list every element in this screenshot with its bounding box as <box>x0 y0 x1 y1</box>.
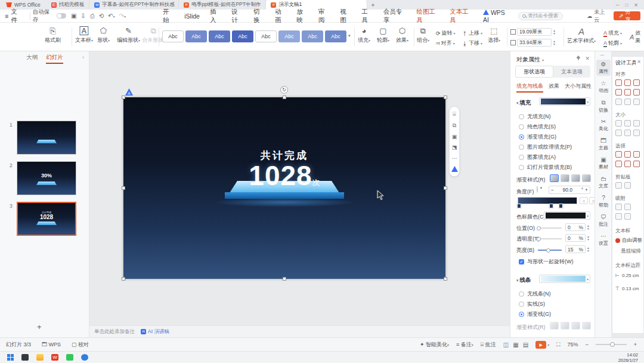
proofread-button[interactable]: ▢ 校对 <box>72 341 89 349</box>
margin-horizontal[interactable]: ⊢ 0.25 cm <box>615 273 639 278</box>
menu-tab-member[interactable]: 会员专享 <box>383 8 407 24</box>
radio-gradient-line[interactable]: 渐变线(G) <box>519 310 551 318</box>
align-middle-icon[interactable] <box>624 89 631 96</box>
text-box-button[interactable]: 🄰 文本框▾ <box>75 27 93 44</box>
selection-handle-s[interactable] <box>283 277 286 281</box>
height-stepper[interactable]: ▲▼ <box>553 29 556 35</box>
radio-slide-bg-fill[interactable]: 幻灯片背景填充(B) <box>519 164 572 171</box>
fill-section-header[interactable]: 填充 <box>516 99 531 107</box>
shape-style-1[interactable]: Abc <box>162 30 184 42</box>
cloud-status[interactable]: ☁ 未上云 <box>587 8 609 24</box>
select-same-icon[interactable] <box>615 151 622 158</box>
radio-picture-fill[interactable]: 图片或纹理填充(P) <box>519 143 572 151</box>
strip-item-settings[interactable]: ⋯设置 <box>596 233 611 247</box>
subtab-fill-line[interactable]: 填充与线条 <box>516 82 543 93</box>
distribute-h-icon[interactable] <box>615 99 622 105</box>
transparency-field[interactable]: 0% ▲▼ <box>565 234 590 242</box>
rotate-with-shape-checkbox[interactable]: ✓ 与形状一起旋转(W) <box>519 258 574 266</box>
shapes-button[interactable]: ⬠ 形状▾ <box>97 27 110 44</box>
format-painter-button[interactable]: ⎘ 格式刷 <box>45 27 61 44</box>
style-gallery-expand-icon[interactable]: ▾ <box>348 33 351 38</box>
gradient-stop[interactable] <box>517 204 521 208</box>
smart-beautify-button[interactable]: ✦ 智能美化▾ <box>420 341 449 349</box>
close-panel-icon[interactable]: ✕ <box>585 56 590 61</box>
rotate-handle[interactable]: ↻ <box>280 86 288 94</box>
windows-start-icon[interactable] <box>7 354 14 361</box>
menu-tab-islide[interactable]: iSlide <box>184 13 200 20</box>
strip-item-help[interactable]: ?帮助 <box>596 195 611 208</box>
shape-style-2[interactable]: Abc <box>185 30 207 42</box>
autosave-toggle[interactable] <box>57 13 66 19</box>
stop-color-dropdown[interactable]: ▾ <box>544 211 590 220</box>
close-design-panel-icon[interactable]: ✕ <box>637 59 641 64</box>
minimize-icon[interactable]: ─ <box>616 2 620 8</box>
tab-outline[interactable]: 大纲 <box>26 54 38 64</box>
tab-slides[interactable]: 幻灯片 <box>46 54 63 64</box>
gradient-stop[interactable] <box>559 204 563 208</box>
rotate-button[interactable]: ⟳旋转▾ <box>436 29 456 37</box>
radio-pattern-fill[interactable]: 图案填充(A) <box>519 153 556 161</box>
notes-placeholder[interactable]: 单击此处添加备注 <box>94 328 135 336</box>
collapse-strip-icon[interactable]: ─ <box>600 53 604 58</box>
menu-tab-animation[interactable]: 动画 <box>275 8 286 24</box>
text-fill-button[interactable]: A 填充▾ <box>603 29 622 37</box>
angle-plus[interactable]: + <box>585 187 588 193</box>
collapse-pane-icon[interactable]: ‹ <box>82 54 84 60</box>
add-stop-button[interactable]: ⌂ <box>580 197 588 204</box>
shape-height-field[interactable]: 19.09厘米 ▲▼ <box>510 28 556 36</box>
position-field[interactable]: 0% ▲▼ <box>565 223 590 231</box>
selection-handle-se[interactable] <box>444 277 447 281</box>
wps-ai-assistant-icon[interactable] <box>125 88 133 96</box>
pin-icon[interactable] <box>575 56 581 61</box>
reading-view-icon[interactable]: ▤ <box>523 342 528 348</box>
swap-size-icon[interactable] <box>615 130 622 136</box>
sorter-view-icon[interactable]: ▦ <box>513 342 518 348</box>
command-search-input[interactable]: 查找命令搜索 <box>518 12 563 20</box>
position-slider[interactable] <box>538 227 562 229</box>
select-group-icon[interactable] <box>624 151 631 158</box>
zoom-slider[interactable] <box>596 344 627 345</box>
ai-mini-icon[interactable] <box>451 166 458 172</box>
copy-icon[interactable] <box>615 182 622 189</box>
strip-item-library[interactable]: 🗀文库 <box>596 176 611 189</box>
image-icon[interactable]: ▣ <box>452 134 457 140</box>
shape-style-5[interactable]: Abc <box>255 30 277 42</box>
strip-item-assets[interactable]: ▣素材 <box>596 156 611 170</box>
indent-option[interactable]: 悬挂缩排 <box>621 248 641 255</box>
more-icon[interactable]: ⋯ <box>452 155 457 161</box>
fullscreen-icon[interactable]: ⛶ <box>556 342 560 348</box>
menu-tab-view[interactable]: 视图 <box>340 8 351 24</box>
subtab-effects[interactable]: 效果 <box>549 82 559 93</box>
width-stepper[interactable]: ▲▼ <box>553 40 556 46</box>
brightness-slider[interactable] <box>538 250 562 251</box>
panel-title[interactable]: 对象属性▾ <box>516 56 544 64</box>
wps-app-icon[interactable]: W <box>51 354 58 361</box>
file-menu-button[interactable]: ≡ 文件 <box>0 8 27 24</box>
tab-shape-options[interactable]: 形状选项 <box>515 66 553 78</box>
menu-tab-text-tools[interactable]: 文本工具 <box>450 8 473 24</box>
strip-item-beautify[interactable]: ✂美化 <box>596 118 611 132</box>
radio-solid-line[interactable]: 实线(S) <box>519 300 545 308</box>
menu-tab-slideshow[interactable]: 放映 <box>296 8 308 24</box>
crop-icon[interactable]: ⬔ <box>452 144 457 150</box>
slide-editing-area[interactable]: 共计完成 1028次 <box>123 97 445 279</box>
transparency-slider[interactable] <box>538 238 562 239</box>
save-icon[interactable]: ▣ <box>71 13 76 19</box>
same-height-icon[interactable] <box>624 120 631 127</box>
selection-handle-sw[interactable] <box>122 277 125 281</box>
shape-effects-button[interactable]: ⬡ 效果▾ <box>396 27 408 44</box>
menu-tab-home[interactable]: 开始 <box>163 8 174 24</box>
menu-tab-design[interactable]: 设计 <box>231 8 243 24</box>
slide-thumbnail-3-selected[interactable]: 共计完成 1028 <box>17 202 76 236</box>
layer-up-icon[interactable] <box>624 161 631 167</box>
menu-tab-insert[interactable]: 插入 <box>210 8 221 24</box>
slide-thumbnail-1[interactable] <box>17 121 76 155</box>
slide-thumbnail-2[interactable]: 30% <box>17 161 76 195</box>
selection-handle-w[interactable] <box>122 186 125 190</box>
menu-tab-tools[interactable]: 工具 <box>361 8 373 24</box>
add-slide-button[interactable]: + <box>37 322 42 331</box>
print-icon[interactable]: ⎙ <box>90 13 95 20</box>
gradient-stop[interactable] <box>549 204 553 208</box>
send-backward-button[interactable]: ⭳下移▾ <box>462 39 482 47</box>
snap-guide-icon[interactable] <box>615 213 622 220</box>
